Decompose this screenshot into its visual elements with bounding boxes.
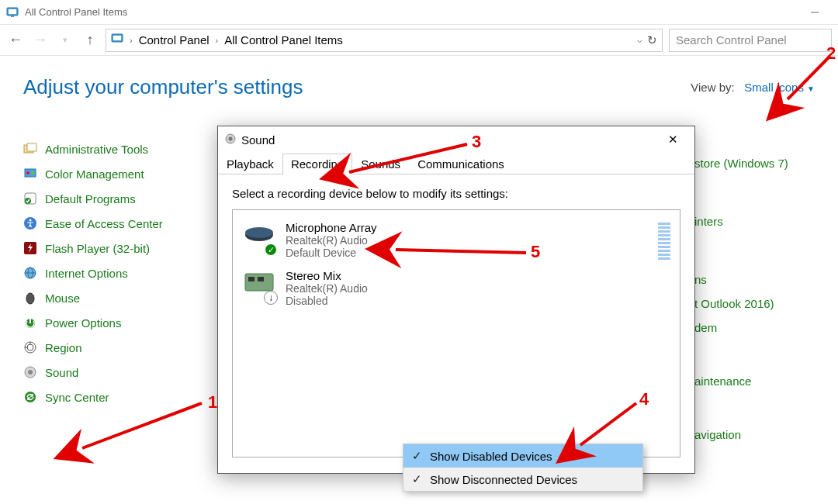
cp-item-color-mgmt[interactable]: Color Management [23,167,217,181]
sound-icon [23,365,37,379]
cp-item-partial[interactable]: dem [694,321,788,334]
device-info: Stereo Mix Realtek(R) Audio Disabled [286,269,368,307]
check-icon: ✓ [403,472,430,486]
close-button[interactable]: ✕ [657,129,688,150]
context-menu: ✓ Show Disabled Devices ✓ Show Disconnec… [403,444,643,492]
page-title: Adjust your computer's settings [23,75,303,99]
cp-item-default-programs[interactable]: Default Programs [23,192,217,205]
svg-rect-1 [9,9,16,14]
level-meter [658,221,670,260]
ease-access-icon [23,216,37,230]
window-title: All Control Panel Items [25,6,797,18]
chevron-down-icon: ▼ [807,85,815,93]
recent-dropdown[interactable]: ▾ [56,31,74,50]
tab-sounds[interactable]: Sounds [352,154,409,174]
up-button[interactable]: ↑ [81,31,99,50]
control-panel-items-left: Administrative Tools Color Management De… [23,142,217,404]
breadcrumb-2[interactable]: All Control Panel Items [224,33,343,47]
cp-item-label: Internet Options [45,267,128,280]
cp-item-label: Ease of Access Center [45,217,163,230]
cp-item-partial[interactable]: aintenance [694,375,788,388]
cp-item-mouse[interactable]: Mouse [23,291,217,305]
device-icon-wrap: ↓ [242,269,276,303]
window-titlebar: All Control Panel Items [0,0,838,25]
minimize-button[interactable] [797,1,832,24]
cp-item-label: Default Programs [45,192,136,205]
device-status: Default Device [286,247,377,259]
cp-item-label: Power Options [45,316,121,330]
power-icon [23,316,37,330]
cp-item-internet-options[interactable]: Internet Options [23,266,217,280]
svg-point-28 [25,392,36,402]
cp-item-flash[interactable]: Flash Player (32-bit) [23,241,217,255]
address-dropdown-icon[interactable]: ⌵ [637,35,642,45]
cp-item-label: Sync Center [45,391,109,404]
device-list[interactable]: ✓ Microphone Array Realtek(R) Audio Defa… [232,209,680,457]
tab-communications[interactable]: Communications [409,154,513,174]
ctx-item-label: Show Disconnected Devices [430,473,577,486]
svg-point-32 [245,227,273,238]
device-mic-array[interactable]: ✓ Microphone Array Realtek(R) Audio Defa… [239,216,674,264]
breadcrumb-sep: › [213,36,222,45]
sync-center-icon [23,390,37,404]
svg-point-19 [26,293,34,304]
tab-recording[interactable]: Recording [282,154,352,174]
cp-item-sound[interactable]: Sound [23,365,217,379]
forward-button[interactable]: → [31,31,50,50]
cp-item-partial[interactable]: ns [694,273,788,286]
control-panel-icon [6,6,19,19]
view-by-dropdown[interactable]: Small icons ▼ [744,81,815,94]
dialog-title: Sound [241,133,275,147]
ctx-show-disconnected[interactable]: ✓ Show Disconnected Devices [403,468,642,491]
cp-item-partial[interactable]: avigation [694,428,788,441]
breadcrumb-1[interactable]: Control Panel [139,33,210,47]
cp-item-label: Mouse [45,292,80,305]
svg-rect-33 [245,274,273,291]
nav-bar: ← → ▾ ↑ › Control Panel › All Control Pa… [0,25,838,56]
address-bar[interactable]: › Control Panel › All Control Panel Item… [106,29,663,52]
check-icon: ✓ [403,449,430,463]
view-by-label: View by: [691,81,734,94]
back-button[interactable]: ← [6,31,25,50]
tab-playback[interactable]: Playback [218,154,282,174]
svg-rect-34 [248,277,255,281]
breadcrumb-sep: › [126,36,136,45]
view-by-control: View by: Small icons ▼ [691,81,815,94]
svg-rect-35 [258,277,264,281]
default-programs-icon [23,192,37,205]
dialog-body: Select a recording device below to modif… [218,174,694,473]
sound-dialog: Sound ✕ Playback Recording Sounds Commun… [217,126,695,474]
svg-point-27 [28,370,33,375]
svg-point-23 [27,344,33,350]
device-stereo-mix[interactable]: ↓ Stereo Mix Realtek(R) Audio Disabled [239,264,674,312]
color-mgmt-icon [23,167,37,181]
device-status: Disabled [286,295,368,307]
admin-tools-icon [23,142,37,156]
cp-item-partial[interactable]: t Outlook 2016) [694,297,788,310]
cp-item-ease-access[interactable]: Ease of Access Center [23,216,217,230]
refresh-icon[interactable]: ↻ [647,33,657,47]
svg-point-30 [229,136,233,140]
svg-point-9 [26,171,29,174]
internet-options-icon [23,266,37,280]
tabs: Playback Recording Sounds Communications [218,153,694,174]
dialog-instruction: Select a recording device below to modif… [232,187,680,200]
cp-item-label: Flash Player (32-bit) [45,242,150,255]
download-icon: ↓ [264,291,278,305]
cp-item-region[interactable]: Region [23,340,217,354]
svg-rect-2 [11,16,14,17]
device-name: Microphone Array [286,221,377,234]
cp-item-sync-center[interactable]: Sync Center [23,390,217,404]
cp-item-partial[interactable]: store (Windows 7) [694,157,788,170]
cp-item-admin-tools[interactable]: Administrative Tools [23,142,217,156]
check-icon: ✓ [264,243,278,257]
cp-item-partial[interactable]: inters [694,215,788,228]
ctx-show-disabled[interactable]: ✓ Show Disabled Devices [403,444,642,468]
svg-rect-7 [27,143,36,151]
search-input[interactable]: Search Control Panel [669,29,832,52]
region-icon [23,340,37,354]
device-name: Stereo Mix [286,269,368,282]
ctx-item-label: Show Disabled Devices [430,450,552,463]
dialog-titlebar[interactable]: Sound ✕ [218,126,694,153]
cp-item-power[interactable]: Power Options [23,316,217,330]
